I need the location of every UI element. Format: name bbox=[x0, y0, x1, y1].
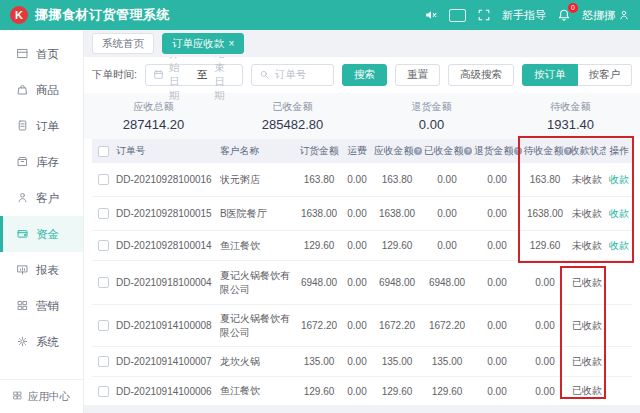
tab-label: 订单应收款 bbox=[172, 37, 225, 51]
freight-cell: 0.00 bbox=[342, 356, 372, 367]
customer-name-cell: 状元粥店 bbox=[218, 173, 296, 187]
customer-name-cell: 夏记火锅餐饮有限公司 bbox=[218, 312, 296, 340]
collect-payment-link[interactable]: 收款 bbox=[609, 240, 629, 251]
sidebar-item-label: 营销 bbox=[36, 299, 59, 314]
freight-cell: 0.00 bbox=[342, 174, 372, 185]
received-cell: 6948.00 bbox=[422, 277, 472, 288]
freight-cell: 0.00 bbox=[342, 320, 372, 331]
sidebar-item-label: 商品 bbox=[36, 83, 59, 98]
status-cell: 已收款 bbox=[568, 355, 606, 369]
stat-1: 已收金额285482.80 bbox=[223, 100, 362, 132]
order-no-cell: DD-20210928100014 bbox=[114, 240, 218, 251]
refund-cell: 0.00 bbox=[472, 240, 522, 251]
stat-label: 待收金额 bbox=[501, 100, 640, 114]
notification-bell[interactable]: 0 bbox=[557, 8, 571, 22]
order-amount-cell: 163.80 bbox=[296, 174, 342, 185]
by-order-button[interactable]: 按订单 bbox=[522, 64, 578, 86]
freight-cell: 0.00 bbox=[342, 240, 372, 251]
pending-cell: 163.80 bbox=[522, 174, 568, 185]
row-checkbox[interactable] bbox=[98, 386, 109, 397]
sidebar-item-label: 系统 bbox=[36, 335, 59, 350]
sidebar-item-label: 首页 bbox=[36, 47, 59, 62]
apps-icon bbox=[12, 390, 23, 403]
received-cell: 0.00 bbox=[422, 174, 472, 185]
info-icon[interactable]: ? bbox=[414, 147, 422, 155]
status-cell: 已收款 bbox=[568, 276, 606, 290]
wallet-icon bbox=[16, 227, 29, 242]
reset-button[interactable]: 重置 bbox=[395, 64, 440, 86]
status-cell: 未收款 bbox=[568, 207, 606, 221]
select-all-checkbox[interactable] bbox=[98, 146, 109, 157]
sidebar-item-system[interactable]: 系统 bbox=[0, 324, 83, 360]
tab-home[interactable]: 系统首页 bbox=[92, 33, 154, 54]
sidebar-item-inventory[interactable]: 库存 bbox=[0, 144, 83, 180]
table-row: DD-20210914100008夏记火锅餐饮有限公司1672.200.0016… bbox=[92, 305, 632, 347]
row-checkbox[interactable] bbox=[98, 208, 109, 219]
row-checkbox[interactable] bbox=[98, 320, 109, 331]
advanced-search-button[interactable]: 高级搜索 bbox=[448, 64, 514, 86]
col-header-receivable: 应收金额? bbox=[372, 145, 422, 158]
stat-label: 退货金额 bbox=[362, 100, 501, 114]
order-amount-cell: 6948.00 bbox=[296, 277, 342, 288]
received-cell: 1672.20 bbox=[422, 320, 472, 331]
info-icon[interactable]: ? bbox=[514, 147, 522, 155]
col-header-order-no: 订单号 bbox=[114, 145, 218, 158]
order-amount-cell: 129.60 bbox=[296, 240, 342, 251]
toolbar-box-button[interactable] bbox=[449, 9, 466, 22]
customer-name-cell: 鱼江餐饮 bbox=[218, 384, 296, 398]
fullscreen-icon[interactable] bbox=[477, 8, 491, 22]
row-checkbox[interactable] bbox=[98, 356, 109, 367]
box-icon bbox=[16, 155, 29, 170]
sidebar-item-funds[interactable]: 资金 bbox=[0, 216, 83, 252]
user-menu[interactable]: 怒挪挪 bbox=[582, 8, 630, 23]
sidebar-item-label: 客户 bbox=[36, 191, 59, 206]
stat-3: 待收金额1931.40 bbox=[501, 100, 640, 132]
sidebar-item-marketing[interactable]: 营销 bbox=[0, 288, 83, 324]
collect-payment-link[interactable]: 收款 bbox=[609, 208, 629, 219]
stat-2: 退货金额0.00 bbox=[362, 100, 501, 132]
home-icon bbox=[16, 47, 29, 62]
sidebar-item-goods[interactable]: 商品 bbox=[0, 72, 83, 108]
row-checkbox[interactable] bbox=[98, 174, 109, 185]
info-icon[interactable]: ? bbox=[464, 147, 472, 155]
row-checkbox[interactable] bbox=[98, 240, 109, 251]
search-button[interactable]: 搜索 bbox=[342, 64, 387, 86]
refund-cell: 0.00 bbox=[472, 320, 522, 331]
sidebar-item-reports[interactable]: 报表 bbox=[0, 252, 83, 288]
operation-cell: 收款 bbox=[606, 239, 632, 253]
customer-name-cell: 夏记火锅餐饮有限公司 bbox=[218, 269, 296, 297]
tab-close-icon[interactable]: × bbox=[229, 39, 235, 49]
collect-payment-link[interactable]: 收款 bbox=[609, 174, 629, 185]
tab-order-receivables[interactable]: 订单应收款× bbox=[162, 33, 244, 54]
summary-stats: 应收总额287414.20已收金额285482.80退货金额0.00待收金额19… bbox=[84, 93, 640, 139]
order-no-cell: DD-20210928100015 bbox=[114, 208, 218, 219]
by-customer-button[interactable]: 按客户 bbox=[578, 64, 633, 86]
table-row: DD-20210928100014鱼江餐饮129.600.00129.600.0… bbox=[92, 231, 632, 261]
app-center-link[interactable]: 应用中心 bbox=[0, 379, 83, 413]
date-range-input[interactable]: 开始日期 至 结束日期 bbox=[145, 64, 243, 86]
status-cell: 已收款 bbox=[568, 319, 606, 333]
beginner-guide-link[interactable]: 新手指导 bbox=[502, 8, 546, 23]
search-icon bbox=[259, 69, 270, 82]
mute-speaker-icon[interactable] bbox=[424, 8, 438, 22]
table-row: DD-20210928100016状元粥店163.800.00163.800.0… bbox=[92, 163, 632, 197]
top-header: K 挪挪食材订货管理系统 新手指导 0 怒挪挪 bbox=[0, 0, 640, 30]
refund-cell: 0.00 bbox=[472, 277, 522, 288]
col-header-pending: 待收金额? bbox=[522, 145, 568, 158]
row-checkbox[interactable] bbox=[98, 277, 109, 288]
order-no-input[interactable]: 订单号 bbox=[251, 64, 334, 86]
status-cell: 未收款 bbox=[568, 239, 606, 253]
stat-value: 1931.40 bbox=[501, 117, 640, 132]
sidebar-item-home[interactable]: 首页 bbox=[0, 36, 83, 72]
sidebar-item-customers[interactable]: 客户 bbox=[0, 180, 83, 216]
order-amount-cell: 1638.00 bbox=[296, 208, 342, 219]
pending-cell: 129.60 bbox=[522, 240, 568, 251]
col-header-operation: 操作 bbox=[606, 145, 632, 158]
operation-cell: 收款 bbox=[606, 207, 632, 221]
operation-cell: 收款 bbox=[606, 173, 632, 187]
order-no-cell: DD-20210914100007 bbox=[114, 356, 218, 367]
sidebar-item-orders[interactable]: 订单 bbox=[0, 108, 83, 144]
main-area: 系统首页订单应收款× 下单时间: 开始日期 至 结束日期 订单号 搜索 重置 高… bbox=[84, 30, 640, 413]
order-no-cell: DD-20210914100008 bbox=[114, 320, 218, 331]
content-card: 下单时间: 开始日期 至 结束日期 订单号 搜索 重置 高级搜索 按订单 按客户 bbox=[84, 57, 640, 405]
